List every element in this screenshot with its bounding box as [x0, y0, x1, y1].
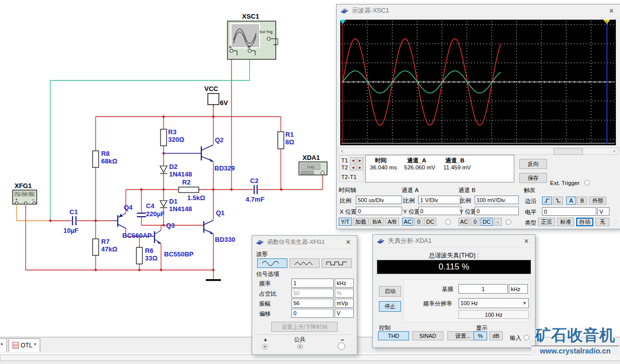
start-button[interactable]: 启动 [379, 286, 401, 297]
wire-fg-plus-orange[interactable] [17, 205, 50, 221]
channel-b-radio[interactable] [506, 219, 511, 225]
timebase-mode-add[interactable]: 加载 [353, 218, 369, 226]
transistor-q3[interactable] [151, 230, 161, 244]
terminal-minus-radio[interactable] [338, 342, 345, 350]
save-button[interactable]: 保存 [519, 173, 547, 183]
oscilloscope-titlebar[interactable]: 示波器-XSC1 × [337, 5, 620, 18]
channel-b-dc[interactable]: DC [481, 218, 493, 226]
capacitor-c2[interactable] [254, 185, 257, 194]
t1-right-button[interactable]: ► [357, 157, 363, 163]
scope-graph-svg: 2 [340, 20, 616, 144]
trigger-level-input[interactable]: 0 [542, 207, 596, 216]
trigger-edge-falling[interactable] [553, 197, 563, 205]
transist​or-q4[interactable] [114, 213, 126, 228]
fundamental-unit[interactable]: kHz [509, 284, 528, 294]
control-thd-button[interactable]: THD [378, 331, 409, 340]
display-group-label: 显示 [476, 324, 488, 332]
amplitude-unit[interactable]: mVp [335, 299, 354, 308]
square-wave-icon [326, 260, 348, 266]
scroll-left-icon[interactable]: ‹ [338, 148, 346, 154]
offset-unit[interactable]: V [335, 309, 354, 318]
scroll-right-icon[interactable]: › [610, 148, 618, 154]
t2-left-button[interactable]: ◄ [350, 164, 356, 170]
transistor-q2[interactable] [164, 145, 213, 162]
function-generator-icon[interactable]: + − [13, 190, 37, 205]
sheet-tab-otl[interactable]: OTL * [9, 338, 40, 352]
trigger-type-normal[interactable]: 标准 [557, 218, 574, 226]
terminal-plus-radio[interactable] [262, 344, 268, 349]
resolution-dropdown[interactable]: 100 Hz ▼ [458, 298, 529, 308]
distortion-analyzer-titlebar[interactable]: 失真分析-XDA1 × [373, 235, 535, 248]
function-generator-titlebar[interactable]: 函数信号发生器-XFG1 × [252, 236, 357, 249]
transistor-q1[interactable] [204, 220, 213, 234]
duty-cycle-label: 占空比 [259, 290, 277, 298]
close-icon[interactable]: × [606, 7, 616, 16]
timebase-xpos-input[interactable]: 0 [356, 207, 402, 215]
waveform-square-button[interactable] [322, 258, 352, 268]
channel-b-scale-input[interactable]: 100 mV/Div [475, 196, 519, 204]
trigger-source-a[interactable]: A [566, 197, 576, 205]
oscilloscope-icon[interactable]: A B Ext Trig [227, 21, 278, 59]
function-generator-window[interactable]: 函数信号发生器-XFG1 × 波形 信号选项 频率 1 kHz 占空比 50 %… [252, 235, 357, 355]
label-r7-value: 47kΩ [101, 245, 117, 253]
channel-b-ac[interactable]: AC [458, 218, 470, 226]
frequency-unit[interactable]: kHz [335, 279, 354, 288]
t1-left-button[interactable]: ◄ [350, 157, 356, 163]
label-xda1: XDA1 [302, 154, 320, 161]
capacitor-c1[interactable] [72, 216, 76, 225]
terminal-common-radio[interactable] [297, 344, 303, 349]
trigger-source-ext[interactable]: 外部 [589, 197, 606, 205]
waveform-sine-button[interactable] [257, 258, 287, 268]
trigger-source-b[interactable]: B [577, 197, 587, 205]
channel-a-ypos-input[interactable]: 0 [418, 207, 461, 215]
channel-b-minus[interactable]: - [494, 218, 502, 226]
label-c4: C4 [146, 202, 154, 210]
display-db-button[interactable]: dB [489, 331, 503, 340]
resize-grip[interactable]: ⋰ [351, 346, 356, 352]
scroll-thumb[interactable] [554, 148, 583, 155]
channel-a-zero[interactable]: 0 [414, 218, 423, 226]
distortion-analyzer-icon[interactable]: THD [299, 162, 327, 175]
waveform-triangle-button[interactable] [289, 258, 320, 268]
distortion-analyzer-window[interactable]: 失真分析-XDA1 × 总谐波失真(THD) : 0.115 % 启动 停止 基… [372, 234, 535, 348]
timebase-mode-ba[interactable]: B/A [370, 218, 384, 226]
hscrollbar-track[interactable] [0, 354, 620, 361]
terminal-plus-label: + [264, 337, 267, 343]
ext-trigger-radio[interactable] [584, 180, 590, 186]
label-r3: R3 [168, 128, 177, 136]
channel-a-ac[interactable]: AC [402, 218, 413, 226]
t2-right-button[interactable]: ► [357, 164, 363, 170]
diode-d1[interactable] [160, 201, 167, 208]
channel-a-dc[interactable]: DC [424, 218, 436, 226]
timebase-scale-input[interactable]: 500 us/Div [356, 196, 402, 204]
label-xfg1: XFG1 [15, 182, 32, 190]
amplitude-input[interactable]: 56 [291, 299, 334, 308]
close-icon[interactable]: × [343, 238, 353, 247]
chevron-down-icon[interactable]: ▼ [522, 301, 527, 306]
channel-b-ypos-input[interactable]: 0 [475, 207, 519, 215]
timebase-mode-yt[interactable]: Y/T [339, 218, 352, 226]
close-icon[interactable]: × [521, 237, 531, 246]
vcc-source[interactable] [208, 94, 219, 107]
trigger-type-sing[interactable]: 正弦 [538, 218, 555, 226]
reverse-button[interactable]: 反向 [519, 159, 547, 169]
scope-hscrollbar[interactable]: ‹ › [338, 147, 618, 155]
diode-d2[interactable] [160, 166, 167, 173]
stop-button[interactable]: 停止 [379, 301, 401, 312]
channel-b-zero[interactable]: 0 [471, 218, 480, 226]
oscilloscope-window[interactable]: 示波器-XSC1 × 2 ‹ › T1 ◄ ► T2 ◄ ► T2-T1 时间 … [336, 4, 620, 229]
frequency-input[interactable]: 1 [291, 279, 334, 288]
offset-input[interactable]: 0 [291, 309, 334, 318]
channel-a-radio[interactable] [445, 219, 451, 225]
trigger-type-auto[interactable]: 自动 [576, 218, 593, 226]
channel-a-scale-input[interactable]: 1 V/Div [418, 196, 461, 204]
sheet-tab-partial[interactable]: * [0, 338, 7, 352]
display-percent-button[interactable]: % [474, 331, 487, 340]
trigger-type-none[interactable]: 无 [595, 218, 609, 226]
timebase-mode-ab[interactable]: A/B [385, 218, 399, 226]
capacitor-c4[interactable] [137, 213, 146, 217]
control-sinad-button[interactable]: SINAD [412, 331, 443, 340]
trigger-edge-rising[interactable] [542, 197, 552, 205]
resize-grip[interactable]: ⋰ [612, 221, 617, 226]
fundamental-input[interactable]: 1 [458, 284, 508, 294]
